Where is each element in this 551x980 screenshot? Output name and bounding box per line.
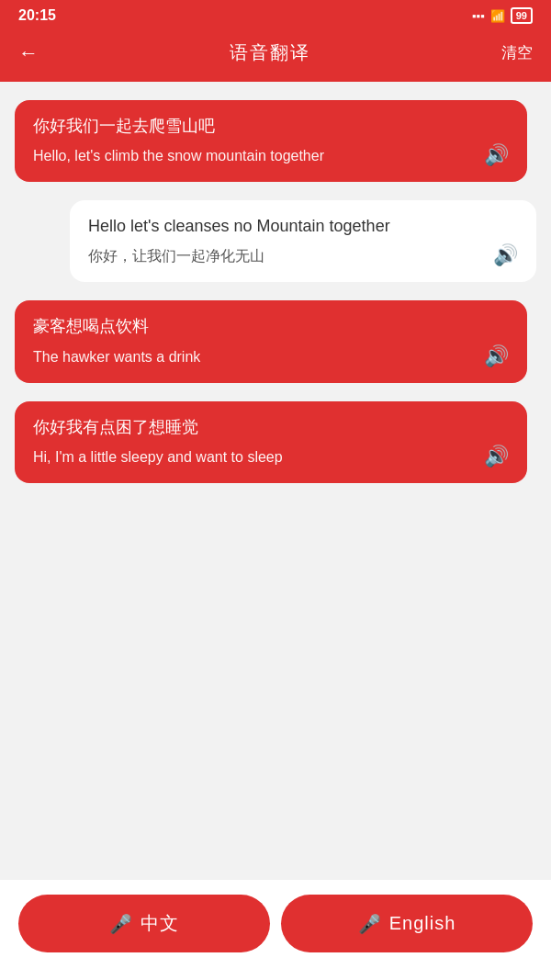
message-card-1: 你好我们一起去爬雪山吧 Hello, let's climb the snow …: [15, 100, 527, 182]
speaker-button-4[interactable]: 🔊: [484, 445, 509, 468]
header: ← 语音翻译 清空: [0, 29, 551, 82]
chinese-label: 中文: [141, 911, 179, 936]
message-original-4: 你好我有点困了想睡觉: [33, 416, 475, 439]
message-text-block-4: 你好我有点困了想睡觉 Hi, I'm a little sleepy and w…: [33, 416, 475, 468]
message-text-block-3: 豪客想喝点饮料 The hawker wants a drink: [33, 315, 475, 367]
status-time: 20:15: [18, 7, 56, 24]
back-button[interactable]: ←: [18, 41, 39, 65]
english-lang-button[interactable]: 🎤 English: [281, 895, 533, 952]
message-original-1: 你好我们一起去爬雪山吧: [33, 115, 475, 138]
message-footer-3: The hawker wants a drink: [33, 346, 475, 368]
bottom-bar: 🎤 中文 🎤 English: [0, 880, 551, 980]
message-card-4: 你好我有点困了想睡觉 Hi, I'm a little sleepy and w…: [15, 401, 527, 483]
chinese-lang-button[interactable]: 🎤 中文: [18, 895, 270, 952]
chat-area: 你好我们一起去爬雪山吧 Hello, let's climb the snow …: [0, 82, 551, 880]
english-label: English: [389, 913, 456, 934]
message-translation-3: The hawker wants a drink: [33, 346, 200, 368]
speaker-button-1[interactable]: 🔊: [484, 143, 509, 167]
clear-button[interactable]: 清空: [501, 42, 533, 63]
status-bar: 20:15 ▪▪▪ 📶 99: [0, 0, 551, 29]
speaker-button-2[interactable]: 🔊: [493, 243, 518, 267]
message-translation-2: 你好，让我们一起净化无山: [88, 245, 484, 267]
battery-indicator: 99: [511, 7, 533, 24]
message-translation-4: Hi, I'm a little sleepy and want to slee…: [33, 446, 475, 468]
message-card-3: 豪客想喝点饮料 The hawker wants a drink 🔊: [15, 300, 527, 382]
message-card-2: Hello let's cleanses no Mountain togethe…: [70, 200, 536, 282]
message-text-block-2: Hello let's cleanses no Mountain togethe…: [88, 215, 484, 267]
status-icons: ▪▪▪ 📶 99: [472, 7, 533, 24]
page-title: 语音翻译: [230, 40, 310, 65]
message-translation-1: Hello, let's climb the snow mountain tog…: [33, 145, 475, 167]
signal-icon: ▪▪▪: [472, 9, 485, 23]
message-original-3: 豪客想喝点饮料: [33, 315, 475, 338]
mic-icon-english: 🎤: [358, 913, 382, 935]
message-original-2: Hello let's cleanses no Mountain togethe…: [88, 215, 484, 238]
mic-icon-chinese: 🎤: [109, 913, 133, 935]
message-text-block-1: 你好我们一起去爬雪山吧 Hello, let's climb the snow …: [33, 115, 475, 167]
speaker-button-3[interactable]: 🔊: [484, 344, 509, 368]
wifi-icon: 📶: [490, 9, 505, 23]
